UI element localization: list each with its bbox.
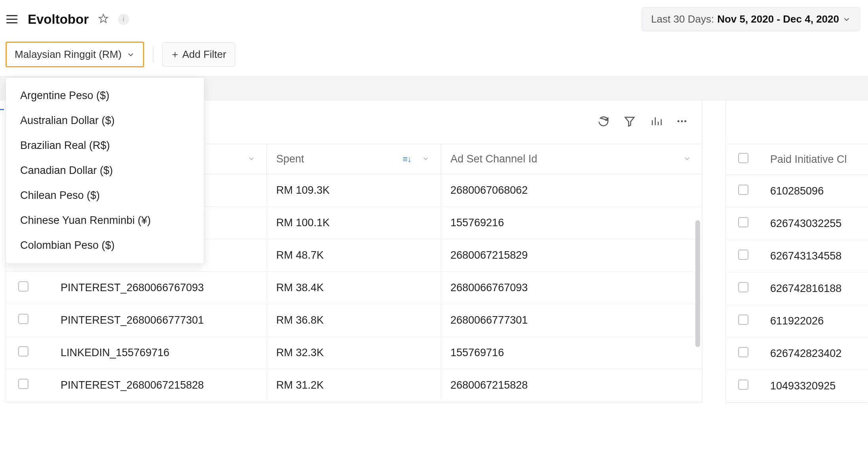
currency-select-button[interactable]: Malaysian Ringgit (RM) [6,42,144,67]
more-icon[interactable] [676,115,688,129]
toolbar-divider [153,47,153,63]
cell-name: LINKEDIN_155769716 [41,337,266,369]
checkbox[interactable] [18,379,29,389]
table-row[interactable]: PINTEREST_2680067215828RM 31.2K268006721… [6,369,702,402]
toolbar: Malaysian Ringgit (RM) Add Filter [0,37,868,76]
hamburger-menu-icon[interactable] [6,13,18,25]
table-row[interactable]: LINKEDIN_155769716RM 32.3K155769716 [6,337,702,369]
checkbox[interactable] [18,281,29,292]
currency-dropdown: Argentine Peso ($)Australian Dollar ($)B… [6,77,204,264]
header-left: Evoltobor i [6,12,129,27]
svg-marker-0 [99,14,108,23]
checkbox[interactable] [738,347,748,357]
cell-spent: RM 100.1K [266,207,441,239]
chevron-down-icon [683,153,691,165]
checkbox[interactable] [738,250,748,260]
table-row[interactable]: 610285096 [726,175,868,208]
bar-chart-icon[interactable] [650,115,662,129]
cell-channel-id: 2680066777301 [441,304,702,337]
cell-channel-id: 155769216 [441,207,702,239]
cell-spent: RM 109.3K [266,174,441,207]
table-row[interactable]: 626743134558 [726,240,868,273]
svg-point-8 [678,120,680,122]
star-icon[interactable] [98,13,108,25]
panel-right-header [726,100,868,144]
chevron-down-icon [247,153,255,165]
checkbox[interactable] [738,153,748,163]
tab-indicator [0,109,4,110]
table-row[interactable]: 626742823402 [726,338,868,370]
cell-paid-initiative: 626742823402 [761,338,868,370]
table-row[interactable]: PINTEREST_2680066767093RM 38.4K268006676… [6,272,702,304]
info-icon[interactable]: i [118,14,129,25]
column-spent[interactable]: Spent ≡↓ [266,144,441,174]
column-spent-label: Spent [276,153,305,165]
svg-marker-3 [625,117,634,126]
column-paid-label: Paid Initiative Cl [770,153,847,165]
currency-selected-label: Malaysian Ringgit (RM) [15,48,122,61]
column-ad-set-channel-id[interactable]: Ad Set Channel Id [441,144,702,174]
cell-channel-id: 2680067068062 [441,174,702,207]
cell-spent: RM 48.7K [266,239,441,272]
table-row[interactable]: PINTEREST_2680066777301RM 36.8K268006677… [6,304,702,337]
currency-option[interactable]: Chilean Peso ($) [6,183,204,208]
column-checkbox[interactable] [726,144,761,175]
chevron-down-icon [126,50,135,59]
cell-spent: RM 36.8K [266,304,441,337]
page-title: Evoltobor [28,12,89,27]
checkbox[interactable] [18,314,29,324]
currency-option[interactable]: Australian Dollar ($) [6,108,204,133]
cell-spent: RM 31.2K [266,369,441,402]
chevron-down-icon [422,153,430,165]
checkbox[interactable] [738,315,748,325]
cell-paid-initiative: 626743032255 [761,208,868,240]
table-row[interactable]: 626743032255 [726,208,868,240]
table-row[interactable]: 611922026 [726,305,868,338]
cell-paid-initiative: 10493320925 [761,370,868,402]
add-filter-label: Add Filter [182,48,226,61]
currency-option[interactable]: Argentine Peso ($) [6,83,204,108]
cell-paid-initiative: 611922026 [761,305,868,338]
panel-right: Paid Initiative Cl 610285096626743032255… [725,100,868,403]
cell-paid-initiative: 610285096 [761,175,868,208]
checkbox[interactable] [18,346,29,357]
checkbox[interactable] [738,282,748,292]
cell-paid-initiative: 626742816188 [761,273,868,305]
cell-name: PINTEREST_2680067215828 [41,369,266,402]
svg-point-10 [684,120,686,122]
header: Evoltobor i Last 30 Days: Nov 5, 2020 - … [0,0,868,37]
cell-channel-id: 155769716 [441,337,702,369]
currency-option[interactable]: Chinese Yuan Renminbi (¥) [6,208,204,233]
cell-spent: RM 38.4K [266,272,441,304]
checkbox[interactable] [738,380,748,390]
date-range-prefix: Last 30 Days: [651,13,714,25]
cell-spent: RM 32.3K [266,337,441,369]
filter-icon[interactable] [624,115,636,129]
cell-paid-initiative: 626743134558 [761,240,868,273]
table-row[interactable]: 626742816188 [726,273,868,305]
cell-channel-id: 2680066767093 [441,272,702,304]
sort-desc-icon: ≡↓ [403,154,411,164]
date-range-button[interactable]: Last 30 Days: Nov 5, 2020 - Dec 4, 2020 [642,7,860,31]
table-row[interactable]: 10493320925 [726,370,868,402]
table-right: Paid Initiative Cl 610285096626743032255… [726,144,868,402]
cell-channel-id: 2680067215829 [441,239,702,272]
chevron-down-icon [842,15,851,24]
cell-name: PINTEREST_2680066767093 [41,272,266,304]
svg-point-9 [681,120,683,122]
currency-option[interactable]: Canadian Dollar ($) [6,158,204,183]
date-range-value: Nov 5, 2020 - Dec 4, 2020 [717,13,839,25]
plus-icon [171,51,179,59]
checkbox[interactable] [738,217,748,227]
checkbox[interactable] [738,185,748,195]
scrollbar-thumb[interactable] [695,220,700,347]
cell-channel-id: 2680067215828 [441,369,702,402]
refresh-icon[interactable] [598,115,609,129]
currency-option[interactable]: Colombian Peso ($) [6,233,204,258]
column-paid-initiative[interactable]: Paid Initiative Cl [761,144,868,175]
column-ad-set-label: Ad Set Channel Id [451,153,537,165]
cell-name: PINTEREST_2680066777301 [41,304,266,337]
add-filter-button[interactable]: Add Filter [162,42,235,67]
currency-option[interactable]: Brazilian Real (R$) [6,133,204,158]
